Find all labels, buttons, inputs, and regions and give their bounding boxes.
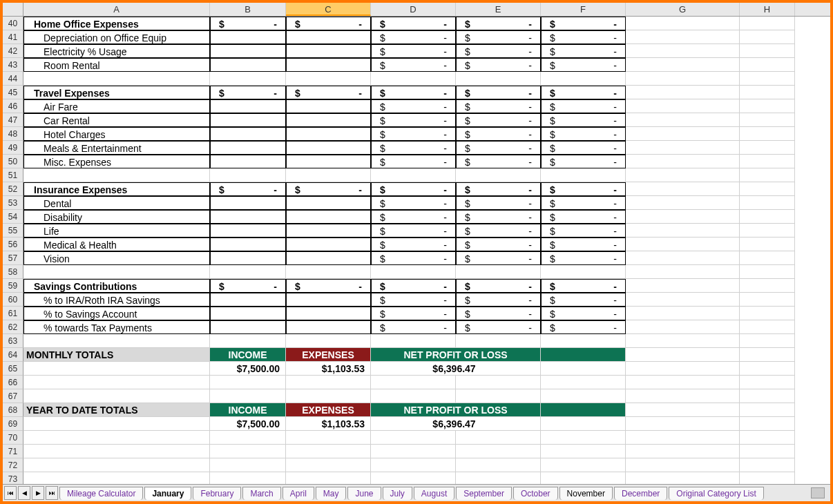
cell[interactable]: $6,396.47	[371, 362, 541, 376]
cell[interactable]: $-	[210, 86, 286, 99]
row-header-46[interactable]: 46	[3, 99, 23, 113]
expense-label[interactable]: Hotel Charges	[23, 127, 210, 141]
cell[interactable]	[740, 458, 795, 472]
cell[interactable]: $-	[456, 210, 541, 224]
cell[interactable]	[286, 320, 371, 334]
cell[interactable]: $-	[371, 279, 456, 293]
cell[interactable]	[286, 30, 371, 44]
sheet-tab[interactable]: Original Category List	[669, 487, 763, 500]
cell[interactable]	[23, 168, 210, 182]
cell[interactable]: $-	[456, 127, 541, 141]
sheet-tab[interactable]: November	[559, 487, 613, 500]
expense-label[interactable]: Depreciation on Office Equip	[23, 30, 210, 44]
cell[interactable]: $-	[456, 224, 541, 238]
cell[interactable]	[23, 431, 210, 445]
cell[interactable]: $6,396.47	[371, 417, 541, 431]
cell[interactable]	[626, 293, 740, 307]
cell[interactable]: $-	[541, 86, 626, 99]
cell[interactable]	[456, 376, 541, 389]
cell[interactable]	[210, 431, 286, 445]
cell[interactable]	[626, 182, 740, 196]
cell[interactable]	[740, 58, 795, 72]
sheet-tab[interactable]: July	[383, 487, 412, 500]
cell[interactable]	[740, 30, 795, 44]
cell[interactable]	[626, 251, 740, 265]
cell[interactable]: $-	[371, 320, 456, 334]
cell[interactable]: $-	[456, 238, 541, 251]
cell[interactable]	[371, 472, 456, 484]
cell[interactable]	[456, 265, 541, 279]
cell[interactable]	[286, 251, 371, 265]
cell[interactable]	[210, 320, 286, 334]
row-header-63[interactable]: 63	[3, 334, 23, 348]
cell[interactable]: $-	[456, 141, 541, 155]
row-header-59[interactable]: 59	[3, 279, 23, 293]
cell[interactable]: $-	[541, 238, 626, 251]
row-header-51[interactable]: 51	[3, 168, 23, 182]
cell[interactable]: $-	[541, 293, 626, 307]
summary-label[interactable]: MONTHLY TOTALS	[23, 348, 210, 362]
cell[interactable]	[23, 334, 210, 348]
cell[interactable]: $7,500.00	[210, 417, 286, 431]
col-header-E[interactable]: E	[456, 3, 541, 16]
cell[interactable]: $-	[541, 251, 626, 265]
sheet-tab[interactable]: August	[414, 487, 454, 500]
cell[interactable]	[286, 293, 371, 307]
cell[interactable]	[740, 265, 795, 279]
cell[interactable]	[286, 445, 371, 458]
cell[interactable]	[286, 168, 371, 182]
sheet-tab[interactable]: March	[242, 487, 280, 500]
cell[interactable]	[626, 458, 740, 472]
cell[interactable]	[286, 389, 371, 403]
cell[interactable]	[626, 72, 740, 86]
cell[interactable]	[23, 417, 210, 431]
cell[interactable]	[626, 141, 740, 155]
cell[interactable]: $-	[371, 293, 456, 307]
cell[interactable]	[210, 458, 286, 472]
cell[interactable]	[626, 155, 740, 168]
expense-label[interactable]: % to IRA/Roth IRA Savings	[23, 293, 210, 307]
expense-label[interactable]: Electricity % Usage	[23, 44, 210, 58]
cell[interactable]	[286, 210, 371, 224]
cell[interactable]: $-	[371, 127, 456, 141]
category-title[interactable]: Travel Expenses	[23, 86, 210, 99]
row-header-48[interactable]: 48	[3, 127, 23, 141]
cell[interactable]: $-	[541, 224, 626, 238]
cell[interactable]: $-	[456, 279, 541, 293]
row-header-55[interactable]: 55	[3, 224, 23, 238]
cell[interactable]	[371, 265, 456, 279]
sheet-tab[interactable]: September	[456, 487, 512, 500]
category-title[interactable]: Insurance Expenses	[23, 182, 210, 196]
cell[interactable]	[740, 307, 795, 320]
expense-label[interactable]: % to Savings Account	[23, 307, 210, 320]
expense-label[interactable]: % towards Tax Payments	[23, 320, 210, 334]
cell[interactable]	[286, 458, 371, 472]
cell[interactable]	[740, 44, 795, 58]
cell[interactable]	[210, 141, 286, 155]
cell[interactable]	[541, 417, 626, 431]
cell[interactable]	[626, 376, 740, 389]
row-header-56[interactable]: 56	[3, 238, 23, 251]
sheet-tab[interactable]: May	[316, 487, 347, 500]
cell[interactable]	[626, 238, 740, 251]
row-header-49[interactable]: 49	[3, 141, 23, 155]
cell[interactable]	[210, 168, 286, 182]
cell[interactable]: $-	[541, 141, 626, 155]
cell[interactable]	[23, 458, 210, 472]
cell[interactable]	[286, 72, 371, 86]
cell[interactable]	[626, 99, 740, 113]
cell[interactable]	[210, 472, 286, 484]
tab-nav-last[interactable]: ⏭	[46, 486, 58, 500]
cell[interactable]: $-	[371, 141, 456, 155]
row-header-67[interactable]: 67	[3, 389, 23, 403]
row-header-42[interactable]: 42	[3, 44, 23, 58]
sheet-tab[interactable]: June	[347, 487, 381, 500]
cell[interactable]: $-	[371, 86, 456, 99]
cell[interactable]	[23, 389, 210, 403]
cell[interactable]	[286, 376, 371, 389]
row-header-57[interactable]: 57	[3, 251, 23, 265]
tab-scroll-indicator[interactable]	[811, 487, 825, 498]
cell[interactable]	[456, 472, 541, 484]
tab-nav-prev[interactable]: ◀	[18, 486, 30, 500]
row-header-54[interactable]: 54	[3, 210, 23, 224]
